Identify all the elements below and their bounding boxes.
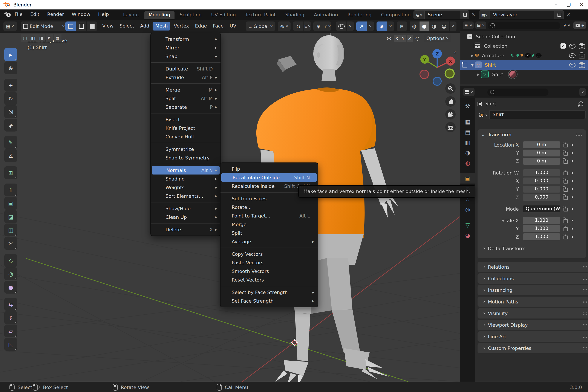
loop-cut-tool[interactable]: ◫ xyxy=(4,224,17,236)
navigation-gizmo[interactable]: Z Y X xyxy=(416,47,458,88)
shading-wireframe[interactable]: ◍ xyxy=(410,22,419,31)
viewlayer-name[interactable]: ViewLayer xyxy=(490,12,554,18)
menu-face[interactable]: Face xyxy=(210,22,226,30)
mesh-snap-to-symmetry[interactable]: Snap to Symmetry xyxy=(151,154,220,162)
shading-settings-dropdown[interactable]: ∨ xyxy=(449,22,456,31)
animate-dot-icon[interactable] xyxy=(572,160,574,162)
scene-selector[interactable]: ◒∨ Scene xyxy=(414,10,469,19)
animate-dot-icon[interactable] xyxy=(572,236,574,238)
disable-render-camera-icon[interactable] xyxy=(579,44,585,49)
select-op-subtract[interactable]: ◨ xyxy=(38,34,45,42)
value-field[interactable]: Quaternion (W... xyxy=(523,206,560,212)
mesh-transform[interactable]: Transform ▸ xyxy=(151,35,220,44)
mesh-delete[interactable]: Delete X ▸ xyxy=(151,225,220,234)
outliner-row-scene-collection[interactable]: Scene Collection xyxy=(460,32,588,41)
mesh-normals[interactable]: Normals Alt N ▸ xyxy=(152,166,220,174)
minimize-button[interactable]: – xyxy=(549,0,562,10)
panel-drag-grip[interactable] xyxy=(582,266,588,268)
panel-line-art[interactable]: ⌄ Line Art xyxy=(478,332,588,342)
scene-name[interactable]: Scene xyxy=(425,12,460,18)
panel-motion-paths[interactable]: ⌄ Motion Paths xyxy=(478,296,588,307)
menu-vertex[interactable]: Vertex xyxy=(171,22,192,30)
menu-help[interactable]: Help xyxy=(94,10,113,20)
menu-window[interactable]: Window xyxy=(68,10,94,20)
maximize-button[interactable]: ▢ xyxy=(562,0,575,10)
tab-texture-paint[interactable]: Texture Paint xyxy=(241,11,280,19)
axis-z-toggle[interactable]: Z xyxy=(406,34,413,42)
outliner-display-mode-button[interactable]: ▤∨ xyxy=(475,22,486,29)
tab-sculpting[interactable]: Sculpting xyxy=(175,11,206,19)
mesh-show-hide[interactable]: Show/Hide ▸ xyxy=(151,204,220,213)
proportional-editing-toggle[interactable]: ◉ xyxy=(313,22,324,31)
mesh-separate[interactable]: Separate P ▸ xyxy=(151,103,220,111)
outliner-filter-button[interactable]: ∇∨ xyxy=(562,22,572,29)
properties-search-input[interactable] xyxy=(488,88,548,96)
panel-drag-grip[interactable] xyxy=(582,324,588,326)
panel-drag-grip[interactable] xyxy=(582,347,588,350)
pan-hand-button[interactable] xyxy=(445,96,456,106)
panel-viewport-display[interactable]: ⌄ Viewport Display xyxy=(478,320,588,330)
snap-settings-dropdown[interactable]: ⊞∨ xyxy=(304,22,311,31)
normals-point-to-target[interactable]: Point to Target... Alt L xyxy=(220,212,318,220)
outliner-row-shirt-object[interactable]: ▼ ▽ Shirt xyxy=(460,60,588,70)
spin-tool[interactable]: ◔ xyxy=(4,267,17,280)
hide-eye-icon[interactable] xyxy=(569,62,576,67)
menu-view[interactable]: View xyxy=(100,22,116,30)
tweak-select-tool[interactable]: ▸ xyxy=(4,48,17,61)
select-op-new[interactable]: ▢ xyxy=(21,34,29,42)
menu-uv[interactable]: UV xyxy=(227,22,239,30)
lock-icon[interactable] xyxy=(564,180,568,184)
menu-edge[interactable]: Edge xyxy=(192,22,209,30)
scale-tool[interactable]: ⇲ xyxy=(4,105,17,118)
zoom-button[interactable] xyxy=(445,84,456,94)
new-collection-button[interactable]: + xyxy=(574,22,586,29)
vertex-select-mode-button[interactable] xyxy=(65,22,76,31)
edge-select-mode-button[interactable] xyxy=(76,22,86,31)
select-op-invert[interactable]: ◩ xyxy=(46,34,53,42)
mode-dropdown[interactable]: Edit Mode ∨ xyxy=(21,22,67,31)
scene-copy-icon[interactable] xyxy=(460,11,469,19)
viewlayer-remove-icon[interactable]: × xyxy=(565,11,572,17)
cursor-tool[interactable]: ⊕ xyxy=(4,62,17,74)
face-select-mode-button[interactable] xyxy=(87,22,97,31)
disable-render-camera-icon[interactable] xyxy=(579,54,585,58)
panel-drag-grip[interactable] xyxy=(576,133,582,136)
mesh-snap[interactable]: Snap ▸ xyxy=(151,52,220,60)
panel-drag-grip[interactable] xyxy=(582,300,588,303)
tab-shading[interactable]: Shading xyxy=(281,11,308,19)
normals-copy-vectors[interactable]: Copy Vectors xyxy=(220,250,318,258)
shading-material[interactable]: ◑ xyxy=(430,22,439,31)
show-gizmo-toggle[interactable]: ↗ xyxy=(356,22,367,31)
move-tool[interactable]: + xyxy=(4,79,17,92)
panel-drag-grip[interactable] xyxy=(582,277,588,280)
mesh-weights[interactable]: Weights ▸ xyxy=(151,183,220,192)
smooth-tool[interactable]: ● xyxy=(4,281,17,294)
orientation-dropdown[interactable]: ⊥ Global ∨ xyxy=(246,22,275,31)
gizmo-settings-dropdown[interactable]: ∨ xyxy=(367,22,374,31)
value-field[interactable]: 1.000 xyxy=(523,234,560,240)
options-dropdown[interactable]: Options∨ xyxy=(424,34,451,42)
scene-unlink-icon[interactable]: × xyxy=(469,11,477,17)
normals-flip[interactable]: Flip xyxy=(220,164,318,173)
tab-physics[interactable]: ◎ xyxy=(460,204,475,214)
object-name-field[interactable]: Shirt xyxy=(489,110,586,119)
viewlayer-selector[interactable]: ▤∨ ViewLayer xyxy=(479,10,564,19)
visibility-chevron[interactable]: ∨ xyxy=(346,22,354,31)
tab-modeling[interactable]: Modeling xyxy=(144,11,174,19)
normals-recalculate-outside[interactable]: Recalculate Outside Shift N xyxy=(221,173,317,182)
lock-icon[interactable] xyxy=(564,228,568,231)
collapse-arrow-icon[interactable]: ▼ xyxy=(470,63,475,67)
shear-tool[interactable]: ▱ xyxy=(4,324,17,338)
lock-icon[interactable] xyxy=(564,219,568,223)
mesh-merge[interactable]: Merge M ▸ xyxy=(151,86,220,94)
blender-menu-icon[interactable] xyxy=(4,12,11,17)
normals-reset-vectors[interactable]: Reset Vectors xyxy=(220,276,318,284)
normals-merge[interactable]: Merge xyxy=(220,220,318,229)
value-field[interactable]: 1.000 xyxy=(523,225,560,232)
collapse-sidebar-arrow[interactable]: ‹ xyxy=(454,49,456,55)
inset-faces-tool[interactable]: ▣ xyxy=(4,197,17,210)
proportional-falloff-dropdown[interactable]: ∩∨ xyxy=(324,22,331,31)
tab-output[interactable]: ▤ xyxy=(460,127,475,137)
normals-paste-vectors[interactable]: Paste Vectors xyxy=(220,258,318,267)
panel-custom-properties[interactable]: ⌄ Custom Properties xyxy=(478,343,588,353)
